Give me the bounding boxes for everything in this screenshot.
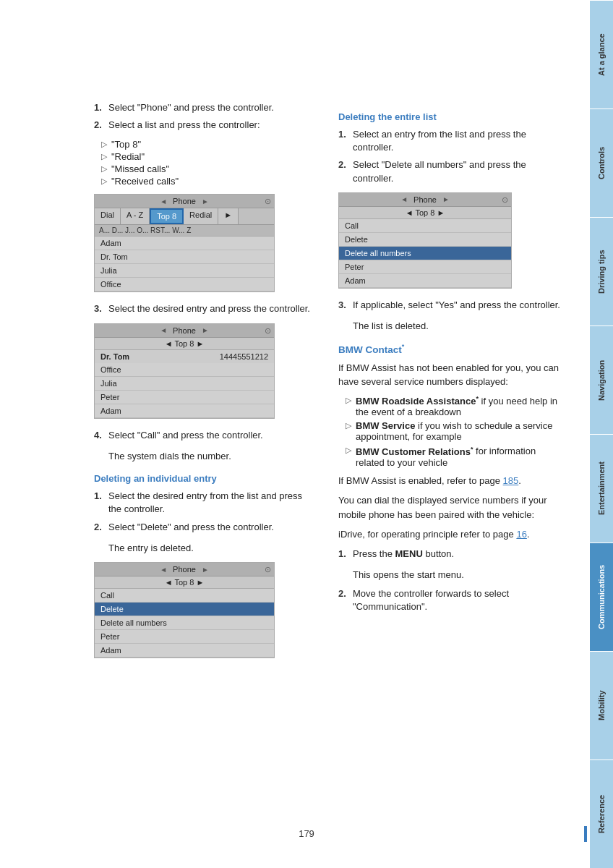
phone-row-peter4: Peter <box>339 260 511 274</box>
list-item-missed: ▷ "Missed calls" <box>101 163 317 174</box>
sidebar-tab-reference[interactable]: Reference <box>590 760 613 868</box>
del-ind-step-2: 2. Select "Delete" and press the control… <box>94 521 317 534</box>
phone-row-delete3: Delete <box>95 603 274 616</box>
menu-step-1-note: This opens the start menu. <box>353 568 561 582</box>
assist-page-link[interactable]: 185 <box>503 475 519 486</box>
sidebar-tab-controls[interactable]: Controls <box>590 109 613 217</box>
bmw-item-service: ▷ BMW Service if you wish to schedule a … <box>346 420 561 442</box>
phone-screenshot-2: ◄ Phone ► ⊙ ◄ Top 8 ► Dr. Tom 1444555121… <box>94 323 275 419</box>
phone-row-office: Office <box>95 278 274 292</box>
phone-row-call4: Call <box>339 219 511 233</box>
idrive-ref-text: iDrive, for operating principle refer to… <box>338 527 561 542</box>
dial-intro-text: You can dial the displayed service numbe… <box>338 493 561 522</box>
left-arrow-icon: ◄ <box>160 197 167 205</box>
phone-screenshot-4: ◄ Phone ► ⊙ ◄ Top 8 ► Call Delete Delete… <box>338 192 512 289</box>
phone-row-delete4: Delete <box>339 233 511 247</box>
del-entire-step-3: 3. If applicable, select "Yes" and press… <box>338 299 561 312</box>
tab-top8: Top 8 <box>150 208 184 224</box>
page-bar-decoration <box>584 826 587 842</box>
phone-row-call3: Call <box>95 589 274 603</box>
alpha-row: A... D... J... O... RST... W... Z <box>95 225 274 237</box>
menu-step-2: 2. Move the controller forwards to selec… <box>338 587 561 613</box>
tab-dial: Dial <box>95 208 121 224</box>
del-ind-step-1: 1. Select the desired entry from the lis… <box>94 490 317 516</box>
intro-steps: 1. Select "Phone" and press the controll… <box>94 101 317 132</box>
phone-row-adam4: Adam <box>339 274 511 288</box>
del-ind-note: The entry is deleted. <box>108 541 317 556</box>
tab-redial: Redial <box>184 208 218 224</box>
phone-screenshot-1: ◄ Phone ► ⊙ Dial A - Z Top 8 Redial ► A.… <box>94 194 275 292</box>
list-options: ▷ "Top 8" ▷ "Redial" ▷ "Missed calls" ▷ … <box>101 139 317 187</box>
phone-row-adam2: Adam <box>95 404 274 418</box>
phone-row-adam3: Adam <box>95 644 274 658</box>
tab-az: A - Z <box>121 208 150 224</box>
corner-icon: ⊙ <box>265 197 271 206</box>
phone-row-deleteall3: Delete all numbers <box>95 616 274 630</box>
step-1: 1. Select "Phone" and press the controll… <box>94 101 317 114</box>
sidebar-tab-driving-tips[interactable]: Driving tips <box>590 217 613 326</box>
sidebar-tab-entertainment[interactable]: Entertainment <box>590 434 613 542</box>
assist-ref-text: If BMW Assist is enabled, refer to page … <box>338 474 561 488</box>
bmw-contact-intro: If BMW Assist has not been enabled for y… <box>338 361 561 389</box>
del-entire-note: The list is deleted. <box>353 319 561 333</box>
phone-row-peter: Peter <box>95 391 274 404</box>
idrive-page-link[interactable]: 16 <box>516 529 526 540</box>
list-item-top8: ▷ "Top 8" <box>101 139 317 150</box>
left-column: 1. Select "Phone" and press the controll… <box>94 101 317 668</box>
phone-row-deleteall4: Delete all numbers <box>339 247 511 260</box>
step-4: 4. Select "Call" and press the controlle… <box>94 429 317 442</box>
list-item-redial: ▷ "Redial" <box>101 151 317 162</box>
right-column: Deleting the entire list 1. Select an en… <box>338 101 561 668</box>
bmw-contact-list: ▷ BMW Roadside Assistance* if you need h… <box>346 395 561 468</box>
sidebar: At a glance Controls Driving tips Naviga… <box>590 0 613 868</box>
page-number: 179 <box>299 828 314 839</box>
step-3: 3. Select the desired entry and press th… <box>94 302 317 315</box>
tab-more: ► <box>218 208 239 224</box>
phone-row-adam: Adam <box>95 237 274 250</box>
sidebar-tab-communications[interactable]: Communications <box>590 542 613 651</box>
bmw-item-roadside: ▷ BMW Roadside Assistance* if you need h… <box>346 395 561 417</box>
right-arrow-icon: ► <box>202 197 209 205</box>
phone-row-office2: Office <box>95 363 274 377</box>
del-entire-step-2: 2. Select "Delete all numbers" and press… <box>338 158 561 184</box>
del-entire-step-1: 1. Select an entry from the list and pre… <box>338 128 561 154</box>
bmw-item-customer: ▷ BMW Customer Relations* for informatio… <box>346 445 561 467</box>
sidebar-tab-at-a-glance[interactable]: At a glance <box>590 0 613 109</box>
phone-tabs: Dial A - Z Top 8 Redial ► <box>95 208 274 225</box>
main-content: 1. Select "Phone" and press the controll… <box>0 0 590 868</box>
bmw-contact-heading: BMW Contact* <box>338 343 561 355</box>
sidebar-tab-mobility[interactable]: Mobility <box>590 651 613 760</box>
list-item-received: ▷ "Received calls" <box>101 176 317 187</box>
sidebar-tab-navigation[interactable]: Navigation <box>590 326 613 434</box>
phone-screenshot-3: ◄ Phone ► ⊙ ◄ Top 8 ► Call Delete Delete… <box>94 562 275 658</box>
deleting-entire-heading: Deleting the entire list <box>338 111 561 122</box>
step-4-note: The system dials the number. <box>108 449 317 464</box>
deleting-individual-heading: Deleting an individual entry <box>94 473 317 484</box>
phone-row-peter3: Peter <box>95 630 274 644</box>
menu-step-1: 1. Press the MENU button. <box>338 548 561 561</box>
detail-row: Dr. Tom 14445551212 <box>95 350 274 363</box>
step-2: 2. Select a list and press the controlle… <box>94 119 317 132</box>
phone-row-julia2: Julia <box>95 377 274 391</box>
phone-row-drtom: Dr. Tom <box>95 250 274 264</box>
phone-row-julia: Julia <box>95 264 274 278</box>
